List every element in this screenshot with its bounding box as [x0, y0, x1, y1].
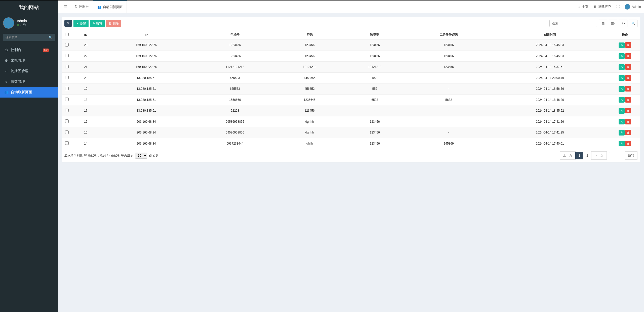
- edit-button[interactable]: ✎编辑: [90, 20, 105, 27]
- row-checkbox[interactable]: [65, 141, 69, 145]
- table-row[interactable]: 2013.230.185.616655334458555552-2024-04-…: [62, 72, 640, 83]
- cell-password: 123456: [277, 51, 342, 62]
- row-edit-button[interactable]: ✎: [619, 119, 625, 124]
- cell-phone: 09586958855: [193, 127, 277, 138]
- site-logo[interactable]: 我的网站: [0, 1, 58, 14]
- toolbar-search-button[interactable]: 🔍: [629, 20, 637, 27]
- row-delete-button[interactable]: 🗑: [625, 141, 631, 146]
- table-row[interactable]: 14203.160.68.340937233444ghjjh1234561458…: [62, 138, 640, 149]
- cell-vcode: 123456: [342, 127, 407, 138]
- row-delete-button[interactable]: 🗑: [625, 108, 631, 113]
- columns-button[interactable]: ◫▾: [609, 20, 617, 27]
- cell-created: 2024-04-14 20:00:49: [490, 72, 610, 83]
- row-edit-button[interactable]: ✎: [619, 53, 625, 59]
- table-row[interactable]: 1913.230.185.61665533456852552-2024-04-1…: [62, 83, 640, 95]
- cell-v2code: -: [407, 83, 490, 95]
- row-edit-button[interactable]: ✎: [619, 42, 625, 48]
- sidebar-item-auto-refresh[interactable]: 👥 自动刷新页面: [0, 87, 58, 98]
- cell-vcode: 123456: [342, 51, 407, 62]
- delete-button[interactable]: 🗑删除: [106, 20, 121, 27]
- row-delete-button[interactable]: 🗑: [625, 97, 631, 103]
- row-checkbox[interactable]: [65, 109, 69, 112]
- page-1-button[interactable]: 1: [575, 152, 584, 159]
- row-delete-button[interactable]: 🗑: [625, 75, 631, 81]
- col-password[interactable]: 密码: [277, 30, 342, 40]
- nav-home[interactable]: ⌂主页: [578, 5, 588, 9]
- table-row[interactable]: 23169.150.222.76122345612345612345612345…: [62, 40, 640, 51]
- toggle-icon: ▦: [602, 22, 605, 25]
- cell-v2code: 123456: [407, 51, 490, 62]
- row-checkbox[interactable]: [65, 65, 69, 68]
- row-edit-button[interactable]: ✎: [619, 130, 625, 136]
- online-dot-icon: [17, 24, 19, 26]
- row-edit-button[interactable]: ✎: [619, 86, 625, 92]
- sidebar-item-label: 控制台: [11, 48, 21, 52]
- table-row[interactable]: 21169.150.222.76112121212121212121212121…: [62, 62, 640, 73]
- menu-search-input[interactable]: [3, 34, 46, 41]
- tab-dashboard[interactable]: ⏱ 控制台: [70, 1, 93, 13]
- row-checkbox[interactable]: [65, 130, 69, 134]
- cell-phone: 52223: [193, 105, 277, 116]
- row-delete-button[interactable]: 🗑: [625, 119, 631, 124]
- page-size-select[interactable]: 10: [135, 153, 147, 159]
- table-row[interactable]: 16203.160.68.3409586958855dghhh123456-20…: [62, 116, 640, 127]
- prev-page-button[interactable]: 上一页: [560, 151, 576, 160]
- hot-badge: hot: [43, 49, 49, 52]
- jump-page-input[interactable]: [609, 152, 621, 159]
- table-row[interactable]: 15203.160.68.3409586958855dghhh123456-20…: [62, 127, 640, 138]
- row-checkbox[interactable]: [65, 43, 69, 47]
- pencil-icon: ✎: [621, 142, 623, 145]
- row-checkbox[interactable]: [65, 87, 69, 90]
- row-checkbox[interactable]: [65, 119, 69, 123]
- user-status: 在线: [17, 23, 27, 27]
- col-id[interactable]: ID: [72, 30, 100, 40]
- avatar[interactable]: [3, 17, 14, 29]
- cell-v2code: -: [407, 127, 490, 138]
- row-delete-button[interactable]: 🗑: [625, 64, 631, 70]
- cell-password: 4458555: [277, 72, 342, 83]
- col-vcode[interactable]: 验证码: [342, 30, 407, 40]
- export-button[interactable]: ⇪▾: [619, 20, 627, 27]
- tab-auto-refresh[interactable]: 👥 自动刷新页面: [93, 1, 127, 13]
- row-edit-button[interactable]: ✎: [619, 108, 625, 114]
- search-input[interactable]: [549, 20, 597, 27]
- add-button-label: 添加: [80, 21, 86, 26]
- row-checkbox[interactable]: [65, 54, 69, 57]
- select-all-checkbox[interactable]: [65, 33, 69, 36]
- nav-user[interactable]: Admin: [625, 4, 641, 10]
- add-button[interactable]: ＋添加: [73, 20, 89, 27]
- refresh-button[interactable]: ⟳: [64, 20, 72, 27]
- next-page-button[interactable]: 下一页: [591, 151, 607, 160]
- cell-phone: 1223456: [193, 40, 277, 51]
- cell-ip: 203.160.68.34: [100, 116, 193, 127]
- toggle-view-button[interactable]: ▦: [599, 20, 607, 27]
- jump-button[interactable]: 跳转: [625, 151, 637, 160]
- sidebar-item-votes[interactable]: ○ 票数管理: [0, 76, 58, 87]
- cell-ip: 169.150.222.76: [100, 40, 193, 51]
- row-delete-button[interactable]: 🗑: [625, 86, 631, 92]
- page-2-button[interactable]: 2: [583, 152, 591, 159]
- col-created[interactable]: 创建时间: [490, 30, 610, 40]
- table-row[interactable]: 1813.230.185.611556666123564565235632202…: [62, 94, 640, 105]
- row-edit-button[interactable]: ✎: [619, 97, 625, 103]
- table-row[interactable]: 1713.230.185.6152223123456--2024-04-14 1…: [62, 105, 640, 116]
- row-edit-button[interactable]: ✎: [619, 64, 625, 70]
- nav-clear-cache[interactable]: 🗑清除缓存: [593, 5, 611, 9]
- row-edit-button[interactable]: ✎: [619, 141, 625, 146]
- nav-fullscreen[interactable]: ⛶: [616, 5, 620, 9]
- row-delete-button[interactable]: 🗑: [625, 42, 631, 48]
- col-v2code[interactable]: 二阶段验证码: [407, 30, 490, 40]
- menu-search-button[interactable]: 🔍: [46, 34, 55, 41]
- row-checkbox[interactable]: [65, 98, 69, 101]
- row-edit-button[interactable]: ✎: [619, 75, 625, 81]
- table-row[interactable]: 22169.150.222.76122345612345612345612345…: [62, 51, 640, 62]
- sidebar-item-general[interactable]: ⚙ 常规管理 ‹: [0, 55, 58, 66]
- sidebar-item-carousel[interactable]: ○ 轮播图管理: [0, 66, 58, 76]
- row-checkbox[interactable]: [65, 76, 69, 79]
- row-delete-button[interactable]: 🗑: [625, 130, 631, 135]
- col-phone[interactable]: 手机号: [193, 30, 277, 40]
- col-ip[interactable]: IP: [100, 30, 193, 40]
- row-delete-button[interactable]: 🗑: [625, 53, 631, 59]
- sidebar-toggle[interactable]: ☰: [61, 5, 70, 9]
- sidebar-item-dashboard[interactable]: ⏱ 控制台 hot: [0, 45, 58, 55]
